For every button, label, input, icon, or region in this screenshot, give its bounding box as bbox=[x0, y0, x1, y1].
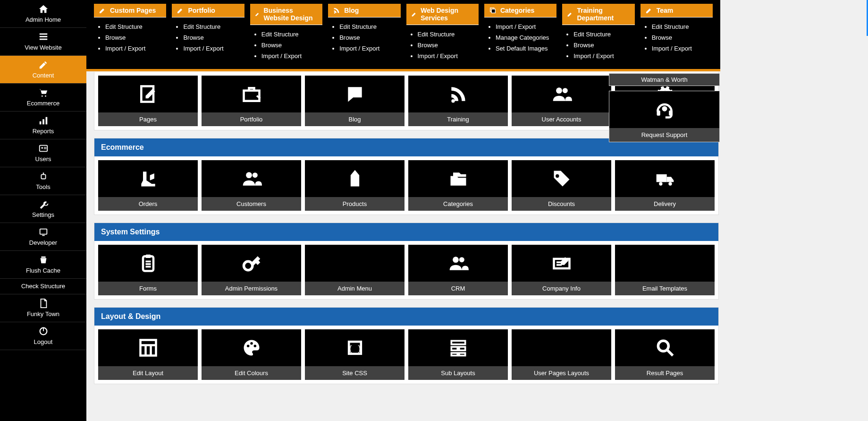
tile-discounts[interactable]: Discounts bbox=[512, 160, 611, 211]
dropdown-title: Team bbox=[657, 7, 674, 14]
tile-edit-layout[interactable]: Edit Layout bbox=[98, 329, 198, 380]
dropdown-header[interactable]: Categories bbox=[484, 4, 556, 17]
tile-label: Products bbox=[305, 197, 405, 211]
tile-training[interactable]: Training bbox=[408, 76, 508, 126]
tile-label: Admin Menu bbox=[305, 282, 405, 295]
sidebar-item-developer[interactable]: Developer bbox=[0, 223, 86, 251]
dropdown-link[interactable]: Browse bbox=[183, 32, 244, 43]
sidebar-item-label: Admin Home bbox=[25, 16, 61, 23]
dropdown-link[interactable]: Import / Export bbox=[418, 51, 479, 61]
dropdown-header[interactable]: Portfolio bbox=[172, 4, 244, 17]
tile-crm[interactable]: CRM bbox=[408, 245, 508, 295]
sidebar-item-settings[interactable]: Settings bbox=[0, 195, 86, 223]
dropdown-header[interactable]: Business Website Design bbox=[250, 4, 322, 25]
sidebar-item-view-website[interactable]: View Website bbox=[0, 28, 86, 56]
users-icon bbox=[512, 76, 611, 112]
sidebar-item-ecommerce[interactable]: Ecommerce bbox=[0, 84, 86, 112]
sidebar-item-funky-town[interactable]: Funky Town bbox=[0, 294, 86, 322]
dropdown-link[interactable]: Import / Export bbox=[261, 51, 322, 61]
dropdown-link[interactable]: Import / Export bbox=[573, 51, 634, 61]
dropdown-link[interactable]: Edit Structure bbox=[339, 21, 400, 32]
tile-user-pages-layouts[interactable]: User Pages Layouts bbox=[512, 329, 611, 380]
rss-icon bbox=[333, 7, 340, 14]
support-card-label: Request Support bbox=[609, 128, 719, 142]
dropdown-link[interactable]: Set Default Images bbox=[496, 43, 556, 54]
sidebar-item-label: Reports bbox=[33, 128, 54, 135]
tile-email-templates[interactable]: Email Templates bbox=[615, 245, 715, 295]
tile-forms[interactable]: Forms bbox=[98, 245, 198, 295]
tile-result-pages[interactable]: Result Pages bbox=[615, 329, 715, 380]
dropdown-header[interactable]: Team bbox=[640, 4, 713, 17]
tile-admin-menu[interactable]: Admin Menu bbox=[305, 245, 405, 295]
sidebar-item-tools[interactable]: Tools bbox=[0, 167, 86, 195]
dropdown-link[interactable]: Edit Structure bbox=[652, 21, 713, 32]
right-sidebar: Watman & Worth Request Support bbox=[609, 73, 720, 147]
section-layout-design: Layout & DesignEdit LayoutEdit ColoursSi… bbox=[94, 307, 719, 384]
tile-edit-colours[interactable]: Edit Colours bbox=[202, 329, 301, 380]
company-card[interactable]: Watman & Worth bbox=[609, 73, 720, 86]
page-edit-icon bbox=[98, 76, 198, 112]
folders-icon bbox=[408, 160, 508, 197]
dropdown-link[interactable]: Import / Export bbox=[183, 43, 244, 54]
sidebar: Admin HomeView WebsiteContentEcommerceRe… bbox=[0, 0, 86, 421]
tile-portfolio[interactable]: Portfolio bbox=[202, 76, 301, 126]
dropdown-link[interactable]: Manage Categories bbox=[496, 32, 556, 43]
dropdown-link[interactable]: Edit Structure bbox=[573, 29, 634, 40]
tile-label: Site CSS bbox=[305, 366, 405, 380]
section-header: System Settings bbox=[94, 223, 718, 241]
pencil-icon bbox=[255, 10, 260, 18]
tile-sub-layouts[interactable]: Sub Layouts bbox=[408, 329, 508, 380]
tile-label: Delivery bbox=[615, 197, 715, 211]
dropdown-link[interactable]: Browse bbox=[573, 40, 634, 51]
dropdown-link[interactable]: Import / Export bbox=[496, 21, 556, 32]
dropdown-link[interactable]: Edit Structure bbox=[261, 29, 322, 40]
dropdown-link[interactable]: Browse bbox=[418, 40, 479, 51]
tile-admin-permissions[interactable]: Admin Permissions bbox=[202, 245, 301, 295]
tile-blog[interactable]: Blog bbox=[305, 76, 405, 126]
tile-company-info[interactable]: Company Info bbox=[512, 245, 611, 295]
tile-categories[interactable]: Categories bbox=[408, 160, 508, 211]
dropdown-link[interactable]: Browse bbox=[261, 40, 322, 51]
users-icon bbox=[202, 160, 301, 197]
headset-icon bbox=[609, 91, 719, 128]
users-icon bbox=[408, 245, 508, 282]
dropdown-link[interactable]: Edit Structure bbox=[183, 21, 244, 32]
tile-label: Categories bbox=[408, 197, 508, 211]
dropdown-link[interactable]: Edit Structure bbox=[105, 21, 166, 32]
tile-delivery[interactable]: Delivery bbox=[615, 160, 715, 211]
tile-site-css[interactable]: Site CSS bbox=[305, 329, 405, 380]
sidebar-item-content[interactable]: Content bbox=[0, 56, 86, 84]
sidebar-item-check-structure[interactable]: Check Structure bbox=[0, 279, 86, 294]
sidebar-item-logout[interactable]: Logout bbox=[0, 322, 86, 350]
sidebar-item-flush-cache[interactable]: Flush Cache bbox=[0, 251, 86, 279]
dropdown-link[interactable]: Browse bbox=[652, 32, 713, 43]
dropdown-link[interactable]: Import / Export bbox=[652, 43, 713, 54]
blank-icon bbox=[512, 329, 611, 366]
dropdown-link[interactable]: Browse bbox=[105, 32, 166, 43]
sidebar-item-users[interactable]: Users bbox=[0, 139, 86, 167]
dropdown-link[interactable]: Browse bbox=[339, 32, 400, 43]
dropdown-header[interactable]: Blog bbox=[328, 4, 400, 17]
dropdown-header[interactable]: Custom Pages bbox=[94, 4, 166, 17]
dropdown-header[interactable]: Web Design Services bbox=[406, 4, 479, 25]
tile-user-accounts[interactable]: User Accounts bbox=[512, 76, 611, 126]
tile-orders[interactable]: Orders bbox=[98, 160, 198, 211]
support-card[interactable]: Request Support bbox=[609, 91, 720, 142]
search-icon bbox=[615, 329, 715, 366]
dropdown-categories: CategoriesImport / ExportManage Categori… bbox=[484, 4, 556, 65]
dropdown-title: Business Website Design bbox=[264, 7, 318, 22]
dropdown-title: Web Design Services bbox=[421, 7, 474, 22]
tile-pages[interactable]: Pages bbox=[98, 76, 198, 126]
user-card-icon bbox=[38, 143, 49, 154]
sidebar-item-admin-home[interactable]: Admin Home bbox=[0, 0, 86, 28]
cheque-icon bbox=[512, 245, 611, 282]
tile-products[interactable]: Products bbox=[305, 160, 405, 211]
dropdown-link[interactable]: Import / Export bbox=[105, 43, 166, 54]
tile-customers[interactable]: Customers bbox=[202, 160, 301, 211]
dropdown-title: Categories bbox=[500, 7, 534, 14]
dropdown-link[interactable]: Edit Structure bbox=[418, 29, 479, 40]
sidebar-item-reports[interactable]: Reports bbox=[0, 112, 86, 139]
dropdown-header[interactable]: Training Department bbox=[562, 4, 634, 25]
dropdown-link[interactable]: Import / Export bbox=[339, 43, 400, 54]
tile-label: Portfolio bbox=[202, 112, 301, 126]
